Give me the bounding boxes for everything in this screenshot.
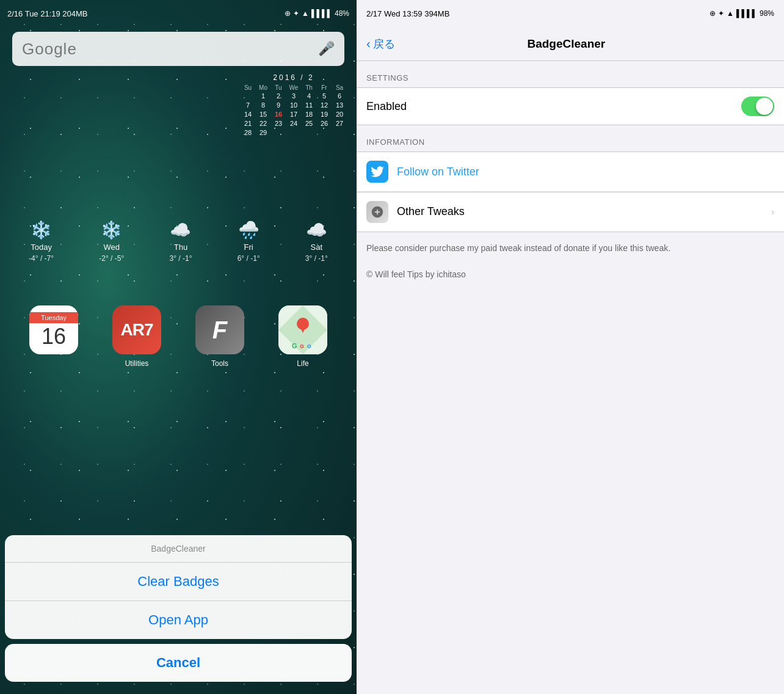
calendar-icon-header: Tuesday	[29, 312, 78, 323]
app-tools-label: Tools	[211, 359, 228, 368]
info-text: Please consider purchase my paid tweak i…	[357, 232, 784, 265]
status-icons-left: ⊕ ✦ ▲ ▌▌▌▌ 48%	[285, 9, 349, 18]
status-bar-right: 2/17 Wed 13:59 394MB ⊕ ✦ ▲ ▌▌▌▌ 98%	[357, 0, 784, 27]
weather-day-fri: Fri	[244, 243, 253, 252]
twitter-icon	[366, 161, 388, 183]
weather-temp-wed: -2° / -5°	[99, 254, 124, 263]
status-bar-left: 2/16 Tue 21:19 204MB ⊕ ✦ ▲ ▌▌▌▌ 48%	[0, 0, 357, 27]
cal-day-we: We	[286, 84, 301, 91]
settings-content: SETTINGS Enabled INFORMATION Follow on T…	[357, 61, 784, 694]
cal-day-fr: Fr	[317, 84, 332, 91]
action-sheet-cancel-group: Cancel	[5, 644, 352, 682]
toggle-knob	[756, 98, 773, 115]
weather-temp-fri: 6° / -1°	[238, 254, 260, 263]
enabled-row: Enabled	[357, 88, 784, 125]
cancel-button[interactable]: Cancel	[5, 644, 352, 682]
weather-day-thu: Thu	[174, 243, 187, 252]
other-tweaks-row[interactable]: Other Tweaks ›	[357, 192, 784, 232]
status-text-left: 2/16 Tue 21:19 204MB	[7, 9, 285, 18]
page-title: BadgeCleaner	[395, 37, 738, 51]
app-maps-wrap[interactable]: G o o Life	[278, 305, 327, 368]
app-ar7-icon[interactable]: AR7	[112, 305, 161, 354]
appstore-icon	[366, 201, 388, 223]
enabled-label: Enabled	[366, 100, 741, 113]
google-search-bar[interactable]: Google 🎤	[12, 32, 344, 66]
back-button[interactable]: ‹ 戻る	[366, 37, 395, 51]
twitter-label[interactable]: Follow on Twitter	[397, 166, 479, 178]
weather-icon-today: ❄️	[31, 220, 52, 240]
signal-icon-right: ▌▌▌▌	[736, 9, 757, 18]
app-calendar-wrap[interactable]: Tuesday 16	[29, 305, 78, 368]
app-ar7-wrap[interactable]: AR7 Utilities	[112, 305, 161, 368]
navigation-bar: ‹ 戻る BadgeCleaner	[357, 27, 784, 61]
cal-day-th: Th	[302, 84, 316, 91]
weather-wed: ❄️ Wed -2° / -5°	[99, 220, 124, 263]
battery-text: 48%	[335, 9, 349, 18]
app-ar7-label: Utilities	[125, 359, 149, 368]
right-panel: 2/17 Wed 13:59 394MB ⊕ ✦ ▲ ▌▌▌▌ 98% ‹ 戻る…	[357, 0, 784, 694]
app-tools-icon[interactable]: F	[195, 305, 244, 354]
weather-icon-fri: 🌧️	[238, 220, 260, 240]
location-icon: ⊕	[285, 9, 291, 18]
tools-f-icon: F	[212, 316, 227, 344]
settings-group-enabled: Enabled	[357, 87, 784, 125]
enabled-toggle[interactable]	[741, 97, 774, 116]
weather-today: ❄️ Today -4° / -7°	[29, 220, 54, 263]
weather-fri: 🌧️ Fri 6° / -1°	[238, 220, 260, 263]
status-text-right: 2/17 Wed 13:59 394MB	[366, 9, 710, 18]
google-label: Google	[22, 40, 318, 59]
weather-temp-thu: 3° / -1°	[169, 254, 192, 263]
information-group: Follow on Twitter Other Tweaks ›	[357, 152, 784, 232]
open-app-button[interactable]: Open App	[5, 601, 352, 639]
weather-strip: ❄️ Today -4° / -7° ❄️ Wed -2° / -5° ☁️ T…	[0, 220, 357, 263]
clear-badges-button[interactable]: Clear Badges	[5, 563, 352, 601]
weather-temp-sat: 3° / -1°	[305, 254, 328, 263]
left-panel: 2/16 Tue 21:19 204MB ⊕ ✦ ▲ ▌▌▌▌ 48% Goog…	[0, 0, 357, 694]
chevron-right-icon: ›	[771, 206, 774, 217]
weather-icon-thu: ☁️	[170, 220, 191, 240]
svg-text:o: o	[307, 342, 311, 349]
weather-day-sat: Sat	[311, 243, 323, 252]
battery-text-right: 98%	[760, 9, 774, 18]
svg-text:G: G	[292, 342, 297, 349]
weather-day-wed: Wed	[104, 243, 120, 252]
app-maps-label: Life	[297, 359, 308, 368]
action-sheet-group: BadgeCleaner Clear Badges Open App	[5, 535, 352, 639]
cal-day-tu: Tu	[271, 84, 286, 91]
weather-temp-today: -4° / -7°	[29, 254, 54, 263]
bluetooth-icon: ✦	[293, 9, 299, 18]
twitter-row[interactable]: Follow on Twitter	[357, 152, 784, 192]
signal-icon: ▌▌▌▌	[311, 9, 332, 18]
calendar-icon-date: 16	[42, 323, 66, 348]
app-calendar-icon[interactable]: Tuesday 16	[29, 305, 78, 354]
calendar-widget: 2016 / 2 Su Mo Tu We Th Fr Sa 1 2 3 4 5 …	[241, 73, 347, 137]
cal-day-sa: Sa	[332, 84, 347, 91]
calendar-header: 2016 / 2	[241, 73, 347, 82]
weather-sat: ☁️ Sat 3° / -1°	[305, 220, 328, 263]
weather-icon-sat: ☁️	[306, 220, 327, 240]
bluetooth-icon-right: ✦	[718, 9, 724, 18]
status-icons-right: ⊕ ✦ ▲ ▌▌▌▌ 98%	[710, 9, 774, 18]
cal-day-mo: Mo	[256, 84, 270, 91]
wifi-icon: ▲	[302, 9, 309, 18]
section-information-header: INFORMATION	[357, 125, 784, 152]
weather-icon-wed: ❄️	[101, 220, 122, 240]
app-tools-wrap[interactable]: F Tools	[195, 305, 244, 368]
other-tweaks-label: Other Tweaks	[397, 205, 771, 218]
mic-icon[interactable]: 🎤	[318, 41, 335, 57]
calendar-grid: Su Mo Tu We Th Fr Sa 1 2 3 4 5 6 7 8 9 1…	[241, 84, 347, 137]
section-settings-header: SETTINGS	[357, 61, 784, 87]
ar7-text: AR7	[120, 320, 153, 340]
location-icon-right: ⊕	[710, 9, 716, 18]
action-sheet-title: BadgeCleaner	[5, 535, 352, 563]
app-maps-icon[interactable]: G o o	[278, 305, 327, 354]
weather-thu: ☁️ Thu 3° / -1°	[169, 220, 192, 263]
cal-day-su: Su	[241, 84, 255, 91]
weather-day-today: Today	[31, 243, 52, 252]
back-label: 戻る	[373, 37, 395, 51]
app-icon-row: Tuesday 16 AR7 Utilities F Tools	[0, 305, 357, 368]
action-sheet: BadgeCleaner Clear Badges Open App Cance…	[0, 535, 357, 694]
wifi-icon-right: ▲	[727, 9, 734, 18]
svg-text:o: o	[300, 342, 304, 349]
copyright-text: © Will feel Tips by ichitaso	[357, 265, 784, 291]
